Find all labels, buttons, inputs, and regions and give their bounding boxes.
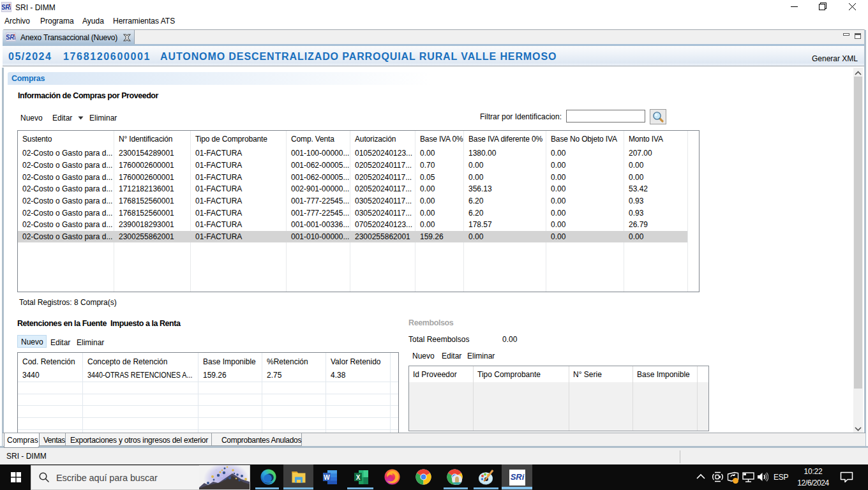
svg-text:X: X — [356, 474, 361, 481]
svg-text:W: W — [324, 474, 330, 481]
